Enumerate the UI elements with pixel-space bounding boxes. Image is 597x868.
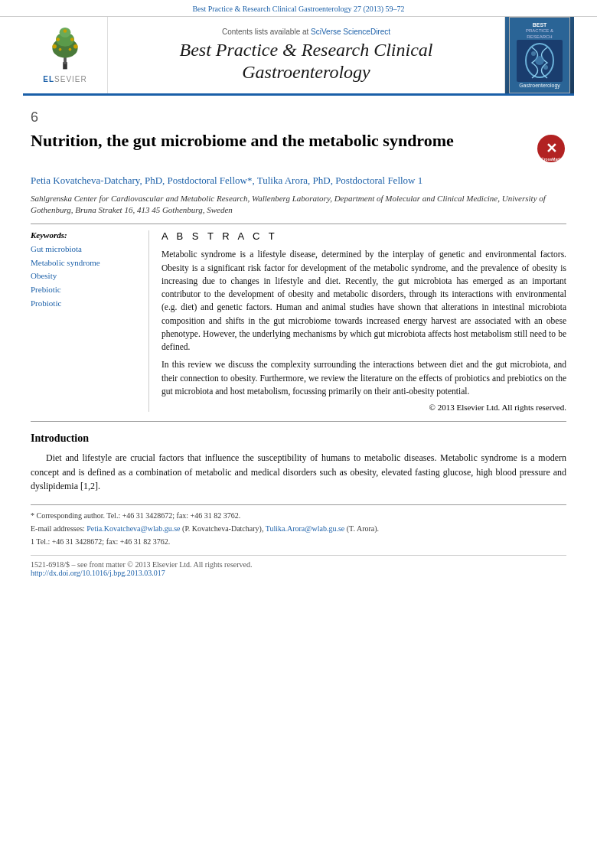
- svg-point-10: [59, 48, 62, 51]
- journal-header: ELSEVIER Contents lists available at Sci…: [23, 17, 574, 96]
- elsevier-tree-icon: [38, 27, 92, 73]
- title-line2: Gastroenterology: [242, 62, 370, 82]
- article-content: 6 Nutrition, the gut microbiome and the …: [31, 96, 566, 589]
- keywords-abstract-section: Keywords: Gut microbiota Metabolic syndr…: [31, 230, 566, 412]
- journal-title: Best Practice & Research Clinical Gastro…: [179, 39, 432, 83]
- footnote-1: 1 Tel.: +46 31 3428672; fax: +46 31 82 3…: [31, 536, 566, 547]
- elsevier-logo-block: ELSEVIER: [23, 17, 107, 93]
- email1-link[interactable]: Petia.Kovatcheva@wlab.gu.se: [86, 524, 180, 533]
- article-number: 6: [31, 109, 566, 126]
- abstract-column: A B S T R A C T Metabolic syndrome is a …: [161, 230, 566, 412]
- issn-text: 1521-6918/$ – see front matter © 2013 El…: [31, 560, 566, 569]
- elsevier-text: ELSEVIER: [43, 74, 86, 83]
- journal-reference-text: Best Practice & Research Clinical Gastro…: [192, 5, 404, 13]
- cover-image-svg: [517, 40, 563, 82]
- svg-point-11: [69, 48, 72, 51]
- intro-paragraph: Diet and lifestyle are crucial factors t…: [31, 451, 566, 494]
- svg-point-8: [70, 38, 74, 41]
- divider-2: [31, 421, 566, 422]
- crossmark-icon: ✕ CrossMark: [536, 133, 566, 164]
- abstract-title: A B S T R A C T: [161, 230, 566, 242]
- abstract-body: Metabolic syndrome is a lifestyle diseas…: [161, 248, 566, 398]
- authors-line: Petia Kovatcheva-Datchary, PhD, Postdoct…: [31, 173, 566, 188]
- copyright-line: © 2013 Elsevier Ltd. All rights reserved…: [161, 403, 566, 412]
- intro-heading: Introduction: [31, 432, 566, 445]
- keywords-column: Keywords: Gut microbiota Metabolic syndr…: [31, 230, 149, 412]
- els-brand: EL: [43, 75, 54, 83]
- email2-name: (T. Arora).: [347, 524, 379, 533]
- footnote-emails: E-mail addresses: Petia.Kovatcheva@wlab.…: [31, 523, 566, 534]
- journal-title-block: Contents lists available at SciVerse Sci…: [107, 17, 505, 93]
- keyword-obesity: Obesity: [31, 269, 141, 283]
- svg-text:CrossMark: CrossMark: [541, 157, 561, 162]
- svg-point-6: [73, 44, 78, 49]
- svg-point-7: [56, 38, 60, 41]
- keywords-title: Keywords:: [31, 230, 141, 240]
- svg-text:✕: ✕: [546, 141, 557, 156]
- svg-point-9: [64, 29, 67, 33]
- authors-names: Petia Kovatcheva-Datchary, PhD, Postdoct…: [31, 175, 422, 186]
- doi-link[interactable]: http://dx.doi.org/10.1016/j.bpg.2013.03.…: [31, 569, 165, 577]
- cover-inner: BEST PRACTICE & RESEARCH Gastroenterolog…: [509, 17, 570, 93]
- footnote-corresponding: * Corresponding author. Tel.: +46 31 342…: [31, 510, 566, 521]
- journal-cover: BEST PRACTICE & RESEARCH Gastroenterolog…: [505, 17, 574, 93]
- introduction-section: Introduction Diet and lifestyle are cruc…: [31, 432, 566, 494]
- affiliation-text: Sahlgrenska Center for Cardiovascular an…: [31, 193, 566, 217]
- sevier-text: SEVIER: [54, 75, 87, 83]
- abstract-paragraph-1: Metabolic syndrome is a lifestyle diseas…: [161, 248, 566, 354]
- svg-point-5: [52, 44, 57, 49]
- title-line1: Best Practice & Research Clinical: [179, 40, 432, 60]
- email-label: E-mail addresses:: [31, 524, 86, 533]
- svg-point-14: [535, 56, 544, 65]
- footnotes-area: * Corresponding author. Tel.: +46 31 342…: [31, 504, 566, 547]
- article-title-block: Nutrition, the gut microbiome and the me…: [31, 130, 566, 164]
- keyword-prebiotic: Prebiotic: [31, 283, 141, 297]
- sciverse-line: Contents lists available at SciVerse Sci…: [222, 28, 390, 36]
- article-title-text: Nutrition, the gut microbiome and the me…: [31, 130, 528, 152]
- email1-name: (P. Kovatcheva-Datchary),: [182, 524, 263, 533]
- keyword-probiotic: Probiotic: [31, 297, 141, 311]
- keyword-metabolic-syndrome: Metabolic syndrome: [31, 256, 141, 270]
- keyword-gut-microbiota: Gut microbiota: [31, 243, 141, 256]
- cover-bottom-label: Gastroenterology: [519, 83, 560, 88]
- sciverse-link[interactable]: SciVerse ScienceDirect: [311, 28, 390, 36]
- bottom-bar: 1521-6918/$ – see front matter © 2013 El…: [31, 555, 566, 582]
- journal-reference-bar: Best Practice & Research Clinical Gastro…: [0, 0, 597, 17]
- email2-link[interactable]: Tulika.Arora@wlab.gu.se: [266, 524, 345, 533]
- divider-1: [31, 224, 566, 224]
- cover-top-label: BEST PRACTICE & RESEARCH: [526, 22, 553, 40]
- authors-text: Petia Kovatcheva-Datchary, PhD, Postdoct…: [31, 175, 422, 186]
- abstract-paragraph-2: In this review we discuss the complexity…: [161, 358, 566, 398]
- svg-point-15: [531, 51, 536, 56]
- contents-text: Contents lists available at: [222, 28, 311, 36]
- svg-point-16: [543, 65, 548, 70]
